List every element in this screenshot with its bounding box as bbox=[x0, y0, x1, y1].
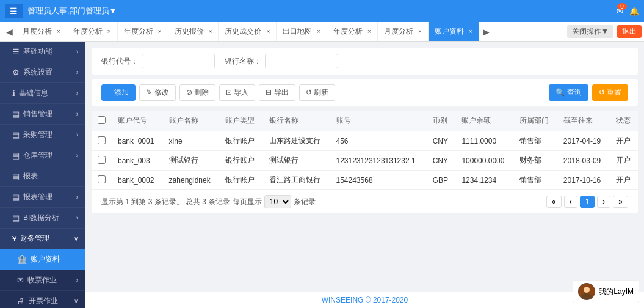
email-icon-button[interactable]: ✉ 0 bbox=[617, 7, 623, 16]
close-tab-1[interactable]: × bbox=[107, 28, 111, 35]
cell-type-1: 银行账户 bbox=[219, 151, 263, 170]
tab-nav-next[interactable]: ▶ bbox=[479, 27, 493, 37]
content-area: 银行代号： 银行名称： + 添加 ✎ 修改 ⊘ 删除 ⊡ 导入 ⊟ 导出 ↺ 刷… bbox=[85, 42, 644, 308]
table-row: bank_0002 zahengidnek 银行账户 香江路工商银行 15424… bbox=[92, 170, 638, 190]
close-tab-7[interactable]: × bbox=[418, 28, 422, 35]
bank-name-label: 银行名称： bbox=[225, 56, 261, 67]
cell-account-no-2: 154243568 bbox=[330, 170, 427, 190]
tab-history-price[interactable]: 历史成交价 × bbox=[219, 22, 277, 42]
close-tab-0[interactable]: × bbox=[57, 28, 60, 35]
arrow-icon-3: › bbox=[76, 111, 78, 117]
per-page-select[interactable]: 10 20 50 bbox=[264, 195, 291, 208]
bell-icon-button[interactable]: 🔔 bbox=[629, 7, 639, 16]
cell-currency-0: CNY bbox=[427, 131, 456, 151]
tab-monthly-analysis-1[interactable]: 月度分析 × bbox=[16, 22, 67, 42]
cell-status-1: 开户 bbox=[610, 151, 638, 170]
cell-name-1: 测试银行 bbox=[163, 151, 220, 170]
sidebar-item-purchase-management[interactable]: ▤ 采购管理 › bbox=[0, 125, 85, 145]
cell-name-0: xine bbox=[163, 131, 220, 151]
sidebar-sub-finance: 🏦 账户资料 ✉ 收票作业 › 🖨 开票作业 ∨ P 销货开票 U 预付款管理 bbox=[0, 249, 85, 308]
tab-yearly-analysis-3[interactable]: 年度分析 × bbox=[327, 22, 378, 42]
col-account-no: 账号 bbox=[330, 111, 427, 131]
row-checkbox-0[interactable] bbox=[98, 136, 106, 144]
settings-icon: ⚙ bbox=[12, 68, 20, 77]
tab-account-info[interactable]: 账户资料 × bbox=[429, 22, 479, 42]
select-all-checkbox[interactable] bbox=[98, 116, 106, 124]
cell-date-2: 2017-10-16 bbox=[557, 170, 610, 190]
tab-yearly-analysis-1[interactable]: 年度分析 × bbox=[67, 22, 118, 42]
tab-yearly-analysis-2[interactable]: 年度分析 × bbox=[118, 22, 168, 42]
hamburger-button[interactable]: ☰ bbox=[5, 4, 23, 18]
footer: WINSEEING © 2017-2020 bbox=[85, 292, 644, 308]
col-type: 账户类型 bbox=[219, 111, 263, 131]
top-bar-right: ✉ 0 🔔 bbox=[617, 7, 639, 16]
bank-code-input[interactable] bbox=[142, 54, 215, 68]
close-tab-5[interactable]: × bbox=[317, 28, 320, 35]
page-first[interactable]: « bbox=[546, 196, 562, 208]
bank-code-label: 银行代号： bbox=[101, 56, 138, 67]
col-dept: 所属部门 bbox=[513, 111, 557, 131]
arrow-icon-12: ∨ bbox=[74, 298, 78, 304]
close-tab-4[interactable]: × bbox=[266, 28, 270, 35]
tab-operations-button[interactable]: 关闭操作▼ bbox=[567, 25, 613, 38]
table-row: bank_0001 xine 银行账户 山东路建设支行 456 CNY 1111… bbox=[92, 131, 638, 151]
sidebar-item-warehouse-management[interactable]: ▤ 仓库管理 › bbox=[0, 145, 85, 166]
row-checkbox-1[interactable] bbox=[98, 156, 106, 164]
layim-button[interactable]: 我的LayIM bbox=[573, 280, 639, 303]
cell-balance-1: 100000.0000 bbox=[455, 151, 513, 170]
add-button[interactable]: + 添加 bbox=[101, 84, 136, 101]
cell-name-2: zahengidnek bbox=[163, 170, 220, 190]
tab-monthly-analysis-2[interactable]: 月度分析 × bbox=[378, 22, 429, 42]
cell-currency-2: GBP bbox=[427, 170, 456, 190]
arrow-icon-1: › bbox=[76, 69, 78, 76]
edit-button[interactable]: ✎ 修改 bbox=[139, 84, 175, 101]
pagination-summary: 显示第 1 到第 3 条记录。 总共 3 条记录 每页显示 bbox=[101, 197, 262, 207]
tab-bar: ◀ 月度分析 × 年度分析 × 年度分析 × 历史报价 × 历史成交价 × 出口… bbox=[0, 22, 644, 42]
col-currency: 币别 bbox=[427, 111, 456, 131]
close-tab-6[interactable]: × bbox=[367, 28, 371, 35]
close-tab-8[interactable]: × bbox=[469, 28, 472, 35]
query-button[interactable]: 🔍 查询 bbox=[549, 84, 588, 101]
page-prev[interactable]: ‹ bbox=[564, 196, 577, 208]
tab-nav-prev[interactable]: ◀ bbox=[2, 27, 16, 37]
issue-icon: 🖨 bbox=[17, 296, 25, 306]
logout-button[interactable]: 退出 bbox=[617, 25, 642, 38]
sidebar-item-basic-info[interactable]: ℹ 基础信息 › bbox=[0, 83, 85, 104]
refresh-button[interactable]: ↺ 刷新 bbox=[299, 84, 335, 101]
page-next[interactable]: › bbox=[597, 196, 610, 208]
close-tab-3[interactable]: × bbox=[209, 28, 212, 35]
tab-history-quote[interactable]: 历史报价 × bbox=[168, 22, 219, 42]
row-checkbox-2[interactable] bbox=[98, 175, 106, 183]
sidebar-item-finance-management[interactable]: ¥ 财务管理 ∨ bbox=[0, 229, 85, 249]
sidebar-item-bi-analytics[interactable]: ▤ BI数据分析 › bbox=[0, 208, 85, 229]
export-button[interactable]: ⊟ 导出 bbox=[259, 84, 295, 101]
menu-title: 管理员人事,部门管理员▼ bbox=[27, 6, 117, 16]
tab-export-map[interactable]: 出口地图 × bbox=[277, 22, 327, 42]
import-button[interactable]: ⊡ 导入 bbox=[219, 84, 255, 101]
page-last[interactable]: » bbox=[613, 196, 628, 208]
reset-button[interactable]: ↺ 重置 bbox=[592, 84, 628, 101]
cell-code-0: bank_0001 bbox=[112, 131, 163, 151]
email-badge: 0 bbox=[617, 3, 627, 10]
bank-name-input[interactable] bbox=[265, 54, 338, 68]
data-table: 账户代号 账户名称 账户类型 银行名称 账号 币别 账户余额 所属部门 截至往来… bbox=[92, 111, 638, 190]
page-current[interactable]: 1 bbox=[580, 196, 595, 208]
info-icon: ℹ bbox=[12, 89, 15, 98]
close-tab-2[interactable]: × bbox=[158, 28, 162, 35]
sidebar-item-receive-invoice[interactable]: ✉ 收票作业 › bbox=[0, 270, 85, 291]
cell-date-0: 2017-04-19 bbox=[557, 131, 610, 151]
sidebar-item-system-settings[interactable]: ⚙ 系统设置 › bbox=[0, 62, 85, 83]
tab-bar-right: 关闭操作▼ 退出 bbox=[567, 25, 642, 38]
sidebar-item-issue-invoice[interactable]: 🖨 开票作业 ∨ bbox=[0, 291, 85, 308]
cell-bank-name-2: 香江路工商银行 bbox=[263, 170, 330, 190]
cell-balance-2: 1234.1234 bbox=[455, 170, 513, 190]
sidebar-item-basic-functions[interactable]: ☰ 基础功能 › bbox=[0, 42, 85, 62]
sidebar-item-account-info[interactable]: 🏦 账户资料 bbox=[0, 249, 85, 270]
sidebar-item-reports[interactable]: ▤ 报表 bbox=[0, 166, 85, 187]
arrow-icon-11: › bbox=[76, 277, 78, 284]
purchase-icon: ▤ bbox=[12, 130, 20, 139]
pagination-bar: 显示第 1 到第 3 条记录。 总共 3 条记录 每页显示 10 20 50 条… bbox=[92, 190, 638, 213]
delete-button[interactable]: ⊘ 删除 bbox=[179, 84, 215, 101]
sidebar-item-report-management[interactable]: ▤ 报表管理 › bbox=[0, 187, 85, 208]
sidebar-item-sales-management[interactable]: ▤ 销售管理 › bbox=[0, 104, 85, 125]
